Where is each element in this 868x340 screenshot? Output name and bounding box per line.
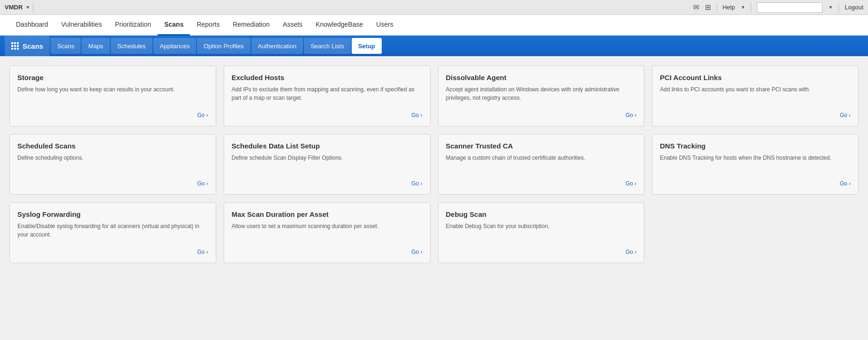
app-name: VMDR	[5, 4, 23, 11]
card-syslog-forwarding: Syslog Forwarding Enable/Disable syslog …	[9, 202, 216, 263]
card-max-scan-duration-desc: Allow users to set a maximum scanning du…	[232, 222, 423, 244]
card-schedules-data-list-desc: Define schedule Scan Display Filter Opti…	[232, 154, 423, 176]
card-dns-tracking-title: DNS Tracking	[660, 142, 851, 150]
card-dissolvable-agent: Dissolvable Agent Accept agent installat…	[438, 66, 645, 126]
app-dropdown-icon[interactable]: ▼	[25, 5, 30, 10]
content-area: Storage Define how long you want to keep…	[0, 56, 868, 340]
card-max-scan-duration-title: Max Scan Duration per Asset	[232, 210, 423, 218]
card-scanner-trusted-ca: Scanner Trusted CA Manage a custom chain…	[438, 134, 645, 195]
card-excluded-hosts-title: Excluded Hosts	[232, 74, 423, 81]
card-dns-tracking-go[interactable]: Go ›	[660, 180, 851, 187]
divider4	[838, 3, 839, 12]
nav-remediation[interactable]: Remediation	[226, 15, 276, 36]
card-schedules-data-list-title: Schedules Data List Setup	[232, 142, 423, 150]
card-max-scan-duration-go[interactable]: Go ›	[232, 249, 423, 255]
card-scheduled-scans: Scheduled Scans Define scheduling option…	[9, 134, 216, 195]
nav-prioritization[interactable]: Prioritization	[108, 15, 158, 36]
card-excluded-hosts: Excluded Hosts Add IPs to exclude them f…	[224, 66, 430, 126]
card-debug-scan-desc: Enable Debug Scan for your subscription.	[446, 222, 637, 244]
main-nav: Dashboard Vulnerabilities Prioritization…	[0, 15, 868, 36]
sub-nav-btn-option-profiles[interactable]: Option Profiles	[197, 38, 250, 54]
grid-icon	[11, 42, 19, 50]
card-grid-row2: Scheduled Scans Define scheduling option…	[9, 134, 859, 195]
card-scheduled-scans-desc: Define scheduling options.	[17, 154, 208, 176]
card-debug-scan-title: Debug Scan	[446, 210, 637, 218]
card-debug-scan-go[interactable]: Go ›	[446, 249, 637, 255]
card-grid-row1: Storage Define how long you want to keep…	[9, 66, 859, 126]
screen-icon[interactable]: ⊞	[705, 3, 711, 12]
card-scheduled-scans-title: Scheduled Scans	[17, 142, 208, 150]
sub-nav-btn-appliances[interactable]: Appliances	[153, 38, 196, 54]
sub-nav-btn-setup[interactable]: Setup	[352, 38, 382, 54]
nav-reports[interactable]: Reports	[190, 15, 226, 36]
card-schedules-data-list-go[interactable]: Go ›	[232, 180, 423, 187]
card-dns-tracking-desc: Enable DNS Tracking for hosts when the D…	[660, 154, 851, 176]
card-storage-go[interactable]: Go ›	[17, 112, 208, 118]
card-max-scan-duration: Max Scan Duration per Asset Allow users …	[224, 202, 430, 263]
divider2	[717, 3, 717, 12]
card-syslog-forwarding-title: Syslog Forwarding	[17, 210, 208, 218]
card-scanner-trusted-ca-title: Scanner Trusted CA	[446, 142, 637, 150]
top-bar-right: ✉ ⊞ Help ▼ ▼ Logout	[693, 2, 863, 13]
divider3	[751, 3, 751, 12]
sub-nav-btn-schedules[interactable]: Schedules	[111, 38, 152, 54]
sub-nav-title-label: Scans	[23, 42, 43, 50]
card-pci-account-links: PCI Account Links Add links to PCI accou…	[652, 66, 859, 126]
sub-nav-btn-maps[interactable]: Maps	[82, 38, 110, 54]
card-syslog-forwarding-desc: Enable/Disable syslog forwarding for all…	[17, 222, 208, 244]
sub-nav-btn-search-lists[interactable]: Search Lists	[304, 38, 351, 54]
help-button[interactable]: Help	[723, 4, 735, 11]
sub-nav-bar: Scans Scans Maps Schedules Appliances Op…	[0, 36, 868, 56]
nav-vulnerabilities[interactable]: Vulnerabilities	[55, 15, 109, 36]
nav-users[interactable]: Users	[370, 15, 400, 36]
card-dns-tracking: DNS Tracking Enable DNS Tracking for hos…	[652, 134, 859, 195]
nav-knowledgebase[interactable]: KnowledgeBase	[309, 15, 370, 36]
card-scanner-trusted-ca-go[interactable]: Go ›	[446, 180, 637, 187]
sub-nav-btn-scans[interactable]: Scans	[51, 38, 81, 54]
card-pci-account-links-go[interactable]: Go ›	[660, 112, 851, 118]
help-dropdown-icon[interactable]: ▼	[740, 5, 745, 10]
divider	[33, 3, 33, 12]
card-dissolvable-agent-go[interactable]: Go ›	[446, 112, 637, 118]
card-dissolvable-agent-desc: Accept agent installation on Windows dev…	[446, 85, 637, 107]
card-storage-desc: Define how long you want to keep scan re…	[17, 85, 208, 107]
sub-nav-title[interactable]: Scans	[5, 36, 50, 56]
logout-button[interactable]: Logout	[845, 4, 863, 11]
card-storage-title: Storage	[17, 74, 208, 81]
search-dropdown-icon[interactable]: ▼	[828, 5, 833, 10]
card-excluded-hosts-desc: Add IPs to exclude them from mapping and…	[232, 85, 423, 107]
card-pci-account-links-desc: Add links to PCI accounts you want to sh…	[660, 85, 851, 107]
top-bar-left: VMDR ▼	[5, 3, 33, 12]
card-scheduled-scans-go[interactable]: Go ›	[17, 180, 208, 187]
nav-scans[interactable]: Scans	[158, 15, 190, 36]
card-debug-scan: Debug Scan Enable Debug Scan for your su…	[438, 202, 645, 263]
nav-dashboard[interactable]: Dashboard	[9, 15, 55, 36]
nav-assets[interactable]: Assets	[276, 15, 309, 36]
card-placeholder	[652, 202, 859, 263]
card-scanner-trusted-ca-desc: Manage a custom chain of trusted certifi…	[446, 154, 637, 176]
card-pci-account-links-title: PCI Account Links	[660, 74, 851, 81]
card-schedules-data-list: Schedules Data List Setup Define schedul…	[224, 134, 430, 195]
sub-nav-btn-authentication[interactable]: Authentication	[251, 38, 303, 54]
card-syslog-forwarding-go[interactable]: Go ›	[17, 249, 208, 255]
card-grid-row3: Syslog Forwarding Enable/Disable syslog …	[9, 202, 859, 263]
search-input[interactable]	[757, 2, 823, 13]
card-dissolvable-agent-title: Dissolvable Agent	[446, 74, 637, 81]
mail-icon[interactable]: ✉	[693, 3, 699, 12]
card-storage: Storage Define how long you want to keep…	[9, 66, 216, 126]
card-excluded-hosts-go[interactable]: Go ›	[232, 112, 423, 118]
top-bar: VMDR ▼ ✉ ⊞ Help ▼ ▼ Logout	[0, 0, 868, 15]
